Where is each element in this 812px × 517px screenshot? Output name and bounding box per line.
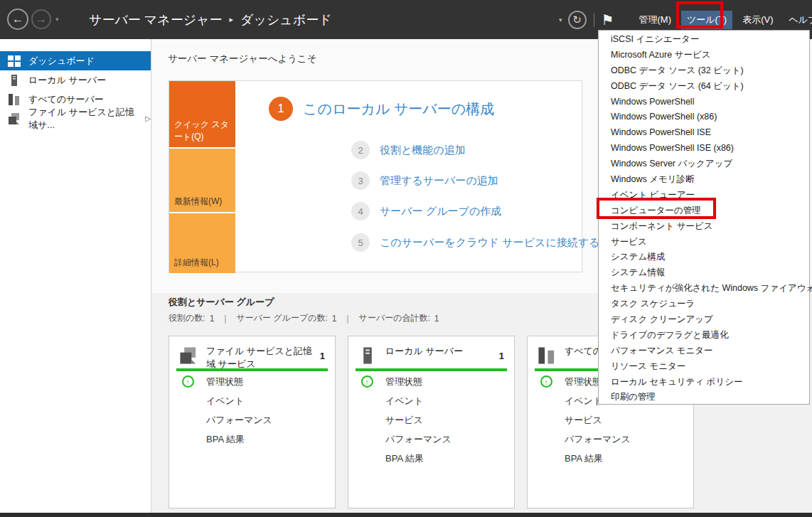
sidebar-item-label: ダッシュボード [28,55,95,68]
tab-whats-new[interactable]: 最新情報(W) [169,149,235,212]
row-services[interactable]: サービス [528,410,693,430]
row-bpa-results[interactable]: BPA 結果 [348,449,514,468]
stat-separator: | [346,314,348,324]
back-button[interactable]: ← [7,9,28,30]
menu-item-disk-cleanup[interactable]: ディスク クリーンアップ [599,312,809,328]
card-rows: ↑ 管理状態 イベント パフォーマンス BPA 結果 [169,372,335,449]
menu-item-performance-monitor[interactable]: パフォーマンス モニター [599,343,809,359]
card-count: 1 [320,351,325,361]
menu-item-system-configuration[interactable]: システム構成 [599,250,809,265]
stat-label: 役割の数: [169,312,205,324]
row-manageability[interactable]: ↑ 管理状態 [169,372,335,391]
step-link[interactable]: このサーバーをクラウド サービスに接続する [380,236,599,250]
menu-view[interactable]: 表示(V) [737,11,779,29]
menu-item-windows-firewall-advanced[interactable]: セキュリティが強化された Windows ファイアウォール [599,281,809,297]
card-local-server: ローカル サーバー 1 ↑ 管理状態 イベント サービス パフォーマンス [348,336,515,508]
card-header[interactable]: ファイル サービスと記憶域 サービス 1 [179,345,326,370]
expand-chevron-icon[interactable]: ▷ [145,114,151,122]
row-label: パフォーマンス [206,414,272,427]
menu-item-odbc-32[interactable]: ODBC データ ソース (32 ビット) [599,63,809,79]
menu-manage[interactable]: 管理(M) [633,11,677,29]
dashboard-icon [8,55,21,67]
menu-item-local-security-policy[interactable]: ローカル セキュリティ ポリシー [599,375,809,390]
tools-dropdown-menu: iSCSI イニシエーター Microsoft Azure サービス ODBC … [598,30,810,405]
breadcrumb: サーバー マネージャー ▸ ダッシュボード [89,0,332,39]
forward-button[interactable]: → [31,9,51,29]
menu-item-system-information[interactable]: システム情報 [599,265,809,281]
row-services[interactable]: サービス [348,410,514,430]
row-label: イベント [565,395,602,407]
row-label: サービス [385,414,423,427]
row-performance[interactable]: パフォーマンス [169,410,335,430]
step-link[interactable]: 役割と機能の追加 [380,144,466,157]
step-add-servers[interactable]: 3 管理するサーバーの追加 [351,171,498,190]
row-performance[interactable]: パフォーマンス [528,430,693,449]
all-servers-icon [538,346,556,365]
row-performance[interactable]: パフォーマンス [348,430,514,449]
menu-item-powershell-ise-x86[interactable]: Windows PowerShell ISE (x86) [599,141,809,156]
sidebar-item-file-storage-services[interactable]: ファイル サービスと記憶域サ... ▷ [0,109,151,128]
roles-heading: 役割とサーバー グループ [169,296,274,309]
step-link[interactable]: サーバー グループの作成 [380,205,501,218]
step-link[interactable]: 管理するサーバーの追加 [380,174,498,188]
row-events[interactable]: イベント [348,391,514,410]
breadcrumb-page[interactable]: ダッシュボード [240,11,332,28]
menu-item-defragment-optimize[interactable]: ドライブのデフラグと最適化 [599,328,809,343]
row-label: サービス [565,414,602,427]
refresh-dropdown-caret-icon[interactable]: ▾ [559,16,562,23]
menu-tools[interactable]: ツール(T) [681,11,732,29]
row-label: 管理状態 [565,375,602,388]
menu-help[interactable]: ヘルプ(H) [784,11,812,29]
step-create-server-group[interactable]: 4 サーバー グループの作成 [351,202,501,220]
notifications-flag-icon[interactable]: ⚑ [602,11,614,28]
tab-label: 詳細情報(L) [174,257,219,269]
row-label: パフォーマンス [565,433,631,446]
card-title[interactable]: ファイル サービスと記憶域 サービス [206,345,314,370]
menu-item-services[interactable]: サービス [599,235,809,250]
card-file-storage-services: ファイル サービスと記憶域 サービス 1 ↑ 管理状態 イベント パフォーマンス… [169,336,336,508]
breadcrumb-separator-icon: ▸ [230,15,234,24]
breadcrumb-app[interactable]: サーバー マネージャー [89,11,223,28]
menu-item-print-management[interactable]: 印刷の管理 [599,390,809,405]
server-icon [358,346,377,365]
menu-item-windows-server-backup[interactable]: Windows Server バックアップ [599,156,809,172]
menu-item-computer-management[interactable]: コンピューターの管理 [599,203,809,219]
sidebar-item-label: すべてのサーバー [28,93,104,106]
nav-history-caret-icon[interactable]: ▾ [55,16,59,23]
menu-item-task-scheduler[interactable]: タスク スケジューラ [599,297,809,312]
row-manageability[interactable]: ↑ 管理状態 [348,372,514,391]
tab-learn-more[interactable]: 詳細情報(L) [169,213,235,273]
menu-item-iscsi-initiator[interactable]: iSCSI イニシエーター [599,32,809,48]
row-bpa-results[interactable]: BPA 結果 [169,430,335,449]
step-add-roles-features[interactable]: 2 役割と機能の追加 [351,141,466,159]
step-link[interactable]: このローカル サーバーの構成 [303,100,494,119]
stat-label: サーバーの合計数: [359,312,430,324]
row-bpa-results[interactable]: BPA 結果 [528,449,693,468]
menu-item-powershell-ise[interactable]: Windows PowerShell ISE [599,125,809,141]
stat-value: 1 [210,314,215,324]
row-label: イベント [385,395,423,407]
menu-item-component-services[interactable]: コンポーネント サービス [599,219,809,235]
stat-separator: | [224,314,226,324]
menu-item-resource-monitor[interactable]: リソース モニター [599,359,809,375]
menu-item-event-viewer[interactable]: イベント ビューアー [599,188,809,203]
sidebar-item-local-server[interactable]: ローカル サーバー [0,70,151,90]
step-configure-local-server[interactable]: 1 このローカル サーバーの構成 [269,97,494,121]
topbar-divider [594,13,594,27]
refresh-button[interactable]: ↻ [568,11,587,29]
card-title[interactable]: ローカル サーバー [385,345,493,365]
menu-item-odbc-64[interactable]: ODBC データ ソース (64 ビット) [599,79,809,95]
tab-quick-start[interactable]: クイック スタート(Q) [169,81,235,147]
sidebar-item-label: ファイル サービスと記憶域サ... [28,106,141,132]
menu-item-powershell[interactable]: Windows PowerShell [599,95,809,110]
menu-item-memory-diagnostics[interactable]: Windows メモリ診断 [599,172,809,188]
sidebar-item-dashboard[interactable]: ダッシュボード [0,51,151,70]
row-label: 管理状態 [385,375,422,388]
menu-item-microsoft-azure-services[interactable]: Microsoft Azure サービス [599,48,809,63]
step-connect-cloud-services[interactable]: 5 このサーバーをクラウド サービスに接続する [351,233,599,252]
file-services-icon [8,113,21,124]
card-header[interactable]: ローカル サーバー 1 [358,345,506,365]
menu-item-powershell-x86[interactable]: Windows PowerShell (x86) [599,110,809,125]
step-number-badge: 3 [351,171,370,190]
row-events[interactable]: イベント [169,391,335,410]
